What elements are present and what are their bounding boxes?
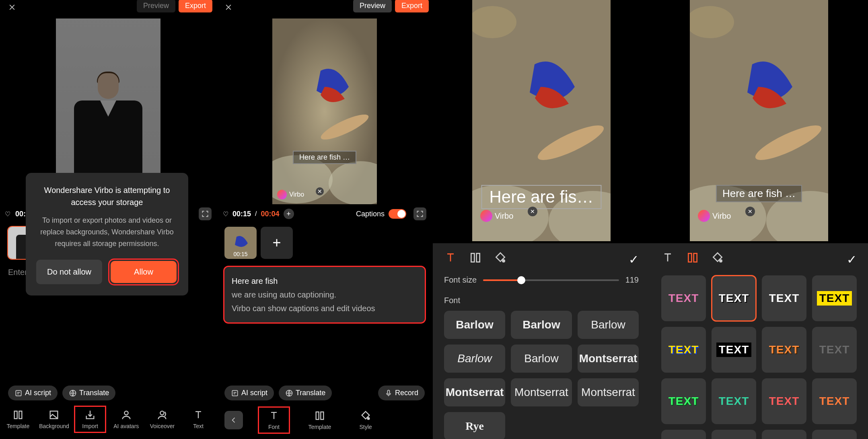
captions-label: Captions <box>356 210 385 218</box>
captions-toggle[interactable] <box>389 209 406 219</box>
svg-point-6 <box>160 411 164 415</box>
font-option[interactable]: Barlow <box>578 311 639 339</box>
text-style-option[interactable]: TEXT <box>712 430 756 439</box>
tab-template-icon[interactable] <box>469 251 482 267</box>
text-style-option[interactable]: TEXT <box>762 430 806 439</box>
font-option[interactable]: Montserrat <box>444 378 505 406</box>
remove-watermark-button[interactable]: ✕ <box>316 187 324 195</box>
font-option[interactable]: Montserrat <box>511 378 572 406</box>
text-style-option[interactable]: TEXT <box>762 327 806 373</box>
text-style-option[interactable]: TEXT <box>812 378 857 424</box>
export-button[interactable]: Export <box>179 0 212 12</box>
back-button[interactable] <box>224 411 243 429</box>
font-option[interactable]: Montserrat <box>578 378 639 406</box>
text-style-option[interactable]: TEXT <box>762 275 806 321</box>
watermark: Virbo <box>698 210 731 222</box>
svg-rect-14 <box>387 390 389 394</box>
text-style-option[interactable]: TEXT <box>812 327 857 373</box>
font-option[interactable]: Barlow <box>511 345 572 373</box>
nav-template[interactable]: Template <box>305 410 335 430</box>
ai-script-chip[interactable]: AI script <box>8 386 58 400</box>
close-icon[interactable] <box>8 3 16 13</box>
allow-button[interactable]: Allow <box>111 261 177 283</box>
export-button[interactable]: Export <box>395 0 429 12</box>
deny-button[interactable]: Do not allow <box>36 260 102 284</box>
nav-template[interactable]: Template <box>3 409 33 429</box>
caption-overlay[interactable]: Here are fish … <box>293 151 356 164</box>
text-style-option[interactable]: TEXT <box>762 378 806 424</box>
svg-rect-23 <box>471 253 474 262</box>
captions-script[interactable]: Here are fish we are using auto captioni… <box>224 267 425 322</box>
svg-rect-32 <box>694 253 697 262</box>
svg-rect-0 <box>16 390 21 396</box>
dialog-body: To import or export photos and videos or… <box>36 215 178 249</box>
preview-button[interactable]: Preview <box>137 0 175 12</box>
text-style-option[interactable]: TEXT <box>661 275 706 321</box>
favorite-icon[interactable]: ♡ <box>223 210 228 218</box>
font-option[interactable]: Rye <box>444 412 505 439</box>
clip-thumb[interactable]: 00:15 <box>224 227 257 259</box>
nav-import[interactable]: Import <box>75 407 105 432</box>
text-style-option[interactable]: TEXT <box>712 327 756 373</box>
svg-rect-24 <box>477 253 480 262</box>
font-size-slider[interactable] <box>483 279 619 281</box>
text-style-option[interactable]: TEXT <box>712 378 756 424</box>
font-option[interactable]: Montserrat <box>578 345 639 373</box>
tab-font-icon[interactable] <box>661 251 674 267</box>
text-style-option[interactable]: TEXT <box>812 430 857 439</box>
video-preview: Here are fish … Virbo ✕ <box>272 18 377 204</box>
favorite-icon[interactable]: ♡ <box>5 210 10 218</box>
tab-font-icon[interactable] <box>444 251 457 267</box>
add-time-button[interactable]: + <box>284 209 294 219</box>
translate-chip[interactable]: Translate <box>62 386 115 400</box>
record-chip[interactable]: Record <box>378 386 425 400</box>
svg-rect-31 <box>688 253 691 262</box>
preview-button[interactable]: Preview <box>353 0 392 12</box>
font-section-label: Font <box>444 296 639 305</box>
nav-ai-avatars[interactable]: AI avatars <box>111 409 141 429</box>
text-style-option[interactable]: TEXT <box>712 275 756 321</box>
watermark: Virbo <box>277 190 304 199</box>
font-option[interactable]: Barlow <box>511 311 572 339</box>
time-current: 00:15 <box>232 210 251 218</box>
tab-template-icon[interactable] <box>686 251 699 267</box>
caption-overlay[interactable]: Here are fish … <box>716 185 802 202</box>
text-style-option[interactable]: TEXT <box>661 378 706 424</box>
text-style-option[interactable]: TEXT <box>661 430 706 439</box>
svg-point-5 <box>124 411 128 415</box>
svg-point-25 <box>502 260 504 262</box>
tab-style-icon[interactable] <box>711 251 724 267</box>
time-total: 00:04 <box>261 210 280 218</box>
caption-overlay[interactable]: Here are fis… <box>481 185 601 209</box>
translate-chip[interactable]: Translate <box>279 386 332 400</box>
nav-style[interactable]: Style <box>351 410 381 430</box>
dialog-title: Wondershare Virbo is attempting to acces… <box>36 184 178 208</box>
ai-script-chip[interactable]: AI script <box>224 386 274 400</box>
svg-rect-3 <box>19 411 22 419</box>
watermark: Virbo <box>480 210 513 222</box>
nav-text[interactable]: Text <box>183 409 213 429</box>
nav-font[interactable]: Font <box>259 408 289 433</box>
font-size-label: Font size <box>444 275 477 285</box>
confirm-button[interactable]: ✓ <box>629 252 639 267</box>
nav-background[interactable]: Background <box>39 409 69 429</box>
fullscreen-icon[interactable] <box>413 207 426 220</box>
svg-rect-12 <box>232 390 237 396</box>
svg-rect-16 <box>321 412 323 420</box>
text-style-option[interactable]: TEXT <box>661 327 706 373</box>
add-clip-button[interactable]: + <box>261 227 293 259</box>
text-style-option[interactable]: TEXT <box>812 275 857 321</box>
nav-voiceover[interactable]: Voiceover <box>147 409 177 429</box>
video-preview: Here are fish … Virbo ✕ <box>690 0 828 241</box>
font-option[interactable]: Barlow <box>444 311 505 339</box>
svg-rect-2 <box>14 411 17 419</box>
close-icon[interactable] <box>224 3 232 13</box>
font-option[interactable]: Barlow <box>444 345 505 373</box>
font-size-value: 119 <box>625 275 639 285</box>
remove-watermark-button[interactable]: ✕ <box>528 207 537 216</box>
fullscreen-icon[interactable] <box>199 207 212 220</box>
remove-watermark-button[interactable]: ✕ <box>745 207 755 216</box>
permission-dialog: Wondershare Virbo is attempting to acces… <box>26 173 188 295</box>
confirm-button[interactable]: ✓ <box>847 252 857 267</box>
tab-style-icon[interactable] <box>494 251 507 267</box>
